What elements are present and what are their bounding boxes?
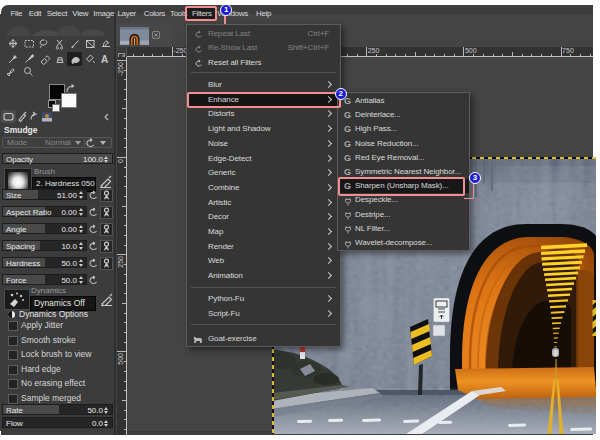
svg-text:A: A	[101, 54, 108, 65]
